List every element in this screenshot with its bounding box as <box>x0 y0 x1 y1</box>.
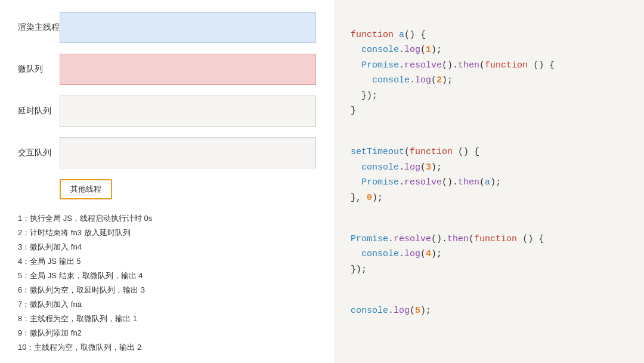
step-2: 2：计时结束将 fn3 放入延时队列 <box>18 226 316 240</box>
step-5: 5：全局 JS 结束，取微队列，输出 4 <box>18 269 316 283</box>
main-thread-box <box>60 12 316 43</box>
microtask-box <box>60 54 316 85</box>
step-10: 10：主线程为空，取微队列，输出 2 <box>18 340 316 355</box>
delay-queue-box <box>60 96 316 127</box>
interact-queue-box <box>60 137 316 168</box>
delay-queue-label: 延时队列 <box>18 106 60 116</box>
right-panel: function a() { console.log(1); Promise.r… <box>334 0 644 363</box>
step-4: 4：全局 JS 输出 5 <box>18 254 316 269</box>
code-section-1: function a() { console.log(1); Promise.r… <box>351 27 627 119</box>
step-6: 6：微队列为空，取延时队列，输出 3 <box>18 283 316 297</box>
step-3: 3：微队列加入 fn4 <box>18 240 316 254</box>
other-thread-button[interactable]: 其他线程 <box>60 179 112 199</box>
code-section-2: setTimeout(function () { console.log(3);… <box>351 144 627 205</box>
step-1: 1：执行全局 JS，线程启动执行计时 0s <box>18 211 316 226</box>
interact-queue-row: 交互队列 <box>18 137 316 168</box>
step-7: 7：微队列加入 fna <box>18 297 316 312</box>
delay-queue-row: 延时队列 <box>18 96 316 127</box>
interact-queue-label: 交互队列 <box>18 147 60 158</box>
step-9: 9：微队列添加 fn2 <box>18 326 316 340</box>
main-thread-row: 渲染主线程 <box>18 12 316 43</box>
main-thread-label: 渲染主线程 <box>18 22 60 33</box>
other-thread-row: 其他线程 <box>60 179 316 199</box>
microtask-row: 微队列 <box>18 54 316 85</box>
code-section-4: console.log(5); <box>351 303 627 319</box>
left-panel: 渲染主线程 微队列 延时队列 交互队列 其他线程 1：执行全局 JS，线程启动执… <box>0 0 334 363</box>
code-block: function a() { console.log(1); Promise.r… <box>351 12 627 359</box>
steps-list: 1：执行全局 JS，线程启动执行计时 0s 2：计时结束将 fn3 放入延时队列… <box>18 211 316 355</box>
microtask-label: 微队列 <box>18 64 60 75</box>
step-8: 8：主线程为空，取微队列，输出 1 <box>18 312 316 326</box>
code-section-3: Promise.resolve().then(function () { con… <box>351 232 627 278</box>
